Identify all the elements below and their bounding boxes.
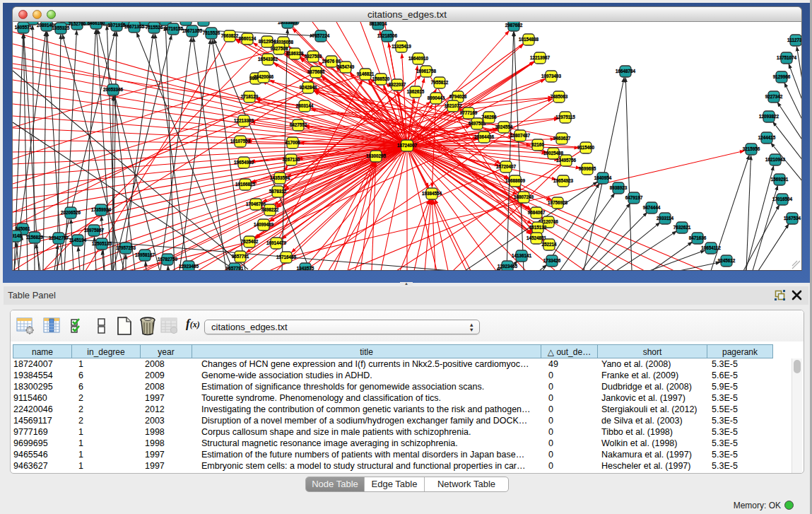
svg-text:10654112: 10654112 xyxy=(701,245,721,250)
svg-text:9245612: 9245612 xyxy=(718,258,736,263)
svg-text:9327503: 9327503 xyxy=(305,54,322,59)
svg-text:9474444: 9474444 xyxy=(643,205,661,210)
svg-text:16961758: 16961758 xyxy=(416,69,437,74)
svg-text:15716485: 15716485 xyxy=(276,255,297,259)
svg-text:2933114: 2933114 xyxy=(657,216,674,221)
svg-text:5878312: 5878312 xyxy=(269,189,287,194)
svg-text:1167534: 1167534 xyxy=(784,216,801,221)
svg-text:9463627: 9463627 xyxy=(553,136,571,141)
svg-text:16671355: 16671355 xyxy=(124,24,145,29)
svg-text:7152760: 7152760 xyxy=(69,22,86,26)
svg-text:10958167: 10958167 xyxy=(135,252,155,257)
svg-text:6466160: 6466160 xyxy=(88,22,105,25)
svg-text:12942757: 12942757 xyxy=(49,235,69,240)
svg-text:1405571: 1405571 xyxy=(15,25,33,30)
svg-text:13495756: 13495756 xyxy=(556,158,577,163)
svg-text:9657791: 9657791 xyxy=(226,266,244,271)
svg-text:18807249: 18807249 xyxy=(514,194,534,199)
svg-text:7632621: 7632621 xyxy=(673,225,691,230)
svg-text:17046786: 17046786 xyxy=(246,201,266,206)
svg-text:12923465: 12923465 xyxy=(498,264,518,269)
svg-text:7485063: 7485063 xyxy=(551,94,568,99)
svg-text:12975115: 12975115 xyxy=(555,115,575,119)
svg-text:10719155: 10719155 xyxy=(163,26,184,31)
svg-text:417006: 417006 xyxy=(285,140,300,145)
svg-text:10688609: 10688609 xyxy=(505,178,526,183)
svg-text:2803144: 2803144 xyxy=(296,103,314,108)
svg-text:12213303: 12213303 xyxy=(234,118,254,123)
svg-text:9227342: 9227342 xyxy=(765,94,783,99)
svg-text:19654983: 19654983 xyxy=(234,160,254,165)
svg-text:1156829: 1156829 xyxy=(26,235,44,240)
svg-text:13218506: 13218506 xyxy=(377,33,398,38)
svg-text:16033809: 16033809 xyxy=(278,22,298,25)
svg-text:8660124: 8660124 xyxy=(239,36,257,41)
svg-text:17957253: 17957253 xyxy=(116,245,136,250)
svg-text:2987682: 2987682 xyxy=(505,23,523,28)
svg-text:9146821: 9146821 xyxy=(357,71,375,76)
svg-text:8471636: 8471636 xyxy=(689,235,707,240)
svg-text:14136141: 14136141 xyxy=(512,253,532,258)
svg-text:14353594: 14353594 xyxy=(270,175,290,180)
svg-text:16543362: 16543362 xyxy=(258,57,278,62)
svg-text:9777169: 9777169 xyxy=(460,110,478,115)
svg-text:20364436: 20364436 xyxy=(474,134,495,139)
svg-text:17016504: 17016504 xyxy=(772,197,793,201)
svg-text:1071915: 1071915 xyxy=(108,23,126,28)
svg-text:20053346: 20053346 xyxy=(103,87,124,92)
svg-text:29676 08: 29676 08 xyxy=(322,59,341,64)
svg-text:10807487: 10807487 xyxy=(510,133,531,138)
svg-text:20206526: 20206526 xyxy=(61,210,81,215)
svg-text:8938923: 8938923 xyxy=(610,185,628,190)
svg-text:16648784: 16648784 xyxy=(616,69,636,74)
svg-text:9699695: 9699695 xyxy=(579,166,596,171)
svg-text:9242848: 9242848 xyxy=(300,85,317,90)
svg-text:12093822: 12093822 xyxy=(759,114,779,119)
svg-text:7515526: 7515526 xyxy=(203,30,220,35)
svg-text:10107553: 10107553 xyxy=(230,139,251,144)
svg-text:10973493: 10973493 xyxy=(541,74,562,78)
svg-text:1343575: 1343575 xyxy=(297,266,314,271)
svg-text:23420046: 23420046 xyxy=(254,74,274,79)
svg-text:12923465: 12923465 xyxy=(179,264,199,269)
svg-text:3498222: 3498222 xyxy=(261,207,279,212)
svg-text:18640910: 18640910 xyxy=(408,56,429,61)
svg-text:9327503: 9327503 xyxy=(271,46,288,51)
svg-text:15720407: 15720407 xyxy=(496,164,517,169)
svg-text:16782759: 16782759 xyxy=(158,257,178,262)
svg-text:1362615: 1362615 xyxy=(407,89,425,94)
svg-text:6794028: 6794028 xyxy=(449,94,467,99)
svg-text:39148: 39148 xyxy=(13,233,22,238)
svg-text:1615132: 1615132 xyxy=(529,225,547,230)
svg-text:8427552: 8427552 xyxy=(290,122,307,127)
svg-text:10154838: 10154838 xyxy=(519,37,539,42)
svg-text:16914479: 16914479 xyxy=(266,240,287,245)
svg-text:16210943: 16210943 xyxy=(765,157,786,162)
svg-text:252214: 252214 xyxy=(541,242,557,247)
svg-text:13751074: 13751074 xyxy=(777,55,797,60)
svg-text:746266: 746266 xyxy=(481,115,497,119)
svg-text:14524851: 14524851 xyxy=(526,235,547,240)
svg-text:9129966: 9129966 xyxy=(773,74,791,79)
svg-text:1569291: 1569291 xyxy=(771,177,789,182)
svg-text:8186328: 8186328 xyxy=(286,51,304,56)
svg-text:6479197: 6479197 xyxy=(625,195,643,200)
svg-text:7955812: 7955812 xyxy=(431,80,449,85)
svg-text:8813014: 8813014 xyxy=(370,22,387,26)
svg-text:9657791: 9657791 xyxy=(232,254,249,259)
svg-text:1640954: 1640954 xyxy=(594,175,612,180)
svg-text:8454749: 8454749 xyxy=(337,64,355,69)
svg-text:19654923: 19654923 xyxy=(553,178,574,183)
svg-text:7625402: 7625402 xyxy=(241,239,259,244)
svg-text:3215956: 3215956 xyxy=(743,146,760,151)
svg-text:1733426: 1733426 xyxy=(543,258,561,263)
svg-text:18724007: 18724007 xyxy=(397,143,418,148)
svg-text:1055325: 1055325 xyxy=(52,25,70,30)
svg-text:19166825: 19166825 xyxy=(235,182,256,187)
svg-text:18300295: 18300295 xyxy=(366,153,387,158)
svg-text:7663822: 7663822 xyxy=(221,33,239,38)
svg-text:1621072: 1621072 xyxy=(445,103,462,108)
svg-text:16671355: 16671355 xyxy=(182,28,203,33)
svg-text:12505135: 12505135 xyxy=(92,241,112,246)
svg-text:14099489: 14099489 xyxy=(254,222,274,227)
